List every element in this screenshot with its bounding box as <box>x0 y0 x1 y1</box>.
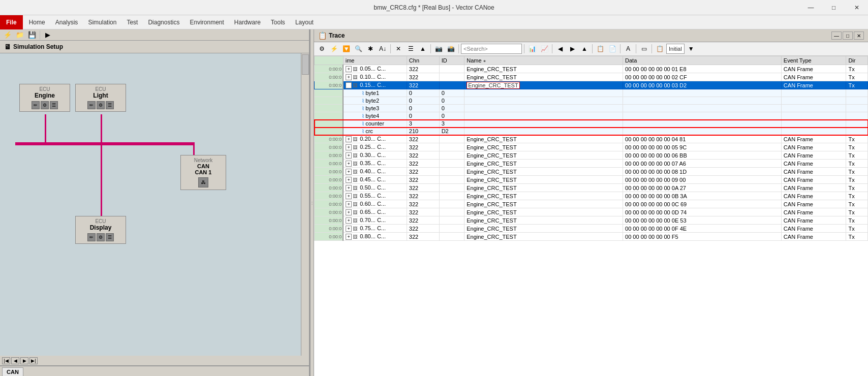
trace-table-container[interactable]: ime Chn ID Name ● Data Event Type Dir 0:… <box>314 56 868 376</box>
nav-prev-btn[interactable]: ◀ <box>11 357 19 364</box>
menu-simulation[interactable]: Simulation <box>83 15 121 29</box>
th-chn[interactable]: Chn <box>407 56 439 65</box>
tr-btn-font[interactable]: A <box>623 43 634 54</box>
expand-icon[interactable]: + <box>346 217 352 224</box>
menu-diagnostics[interactable]: Diagnostics <box>143 15 184 29</box>
expand-icon[interactable]: + <box>346 209 352 215</box>
table-row[interactable]: 0:00:0+🖼 0.50... C...322Engine_CRC_TEST0… <box>315 184 868 192</box>
tr-btn-fwd[interactable]: ▶ <box>567 43 578 54</box>
close-button[interactable]: ✕ <box>845 0 868 15</box>
tr-btn-up[interactable]: ▲ <box>579 43 590 54</box>
expand-icon[interactable]: + <box>346 74 352 80</box>
tr-btn-a[interactable]: A↓ <box>377 43 388 54</box>
tr-btn-x[interactable]: ✕ <box>393 43 404 54</box>
sim-scrollbar[interactable] <box>301 53 309 356</box>
menu-hardware[interactable]: Hardware <box>229 15 266 29</box>
expand-icon[interactable]: + <box>346 169 352 175</box>
tb-open-btn[interactable]: 📁 <box>14 29 25 41</box>
minimize-button[interactable]: — <box>799 0 822 15</box>
tr-btn-rect[interactable]: ▭ <box>638 43 649 54</box>
trace-close-btn[interactable]: ✕ <box>854 32 864 40</box>
tr-btn-copy[interactable]: 📋 <box>595 43 606 54</box>
trace-dropdown-label[interactable]: Initial <box>666 44 685 54</box>
tr-btn-back[interactable]: ◀ <box>554 43 566 54</box>
nav-next-btn[interactable]: ▶ <box>20 357 28 364</box>
table-row[interactable]: 0:00:0+🖼 0.60... C...322Engine_CRC_TEST0… <box>315 200 868 208</box>
th-id[interactable]: ID <box>439 56 464 65</box>
ecu-engine-edit-icon[interactable]: ✏ <box>32 101 40 109</box>
menu-environment[interactable]: Environment <box>184 15 229 29</box>
table-row[interactable]: 0:00:0+🖼 0.65... C...322Engine_CRC_TEST0… <box>315 208 868 216</box>
tb-run-btn[interactable]: ▶ <box>42 29 53 41</box>
menu-tools[interactable]: Tools <box>266 15 290 29</box>
ecu-light-gear-icon[interactable]: ⚙ <box>97 101 105 109</box>
tr-btn-search[interactable]: 🔍 <box>353 43 364 54</box>
table-row[interactable]: 0:00:0+🖼 0.20... C...322Engine_CRC_TEST0… <box>315 135 868 143</box>
tr-btn-mark[interactable]: ✱ <box>365 43 376 54</box>
ecu-light-edit-icon[interactable]: ✏ <box>87 101 96 109</box>
nav-last-btn[interactable]: ▶| <box>29 357 38 364</box>
table-row[interactable]: 0:00:0+🖼 0.55... C...322Engine_CRC_TEST0… <box>315 192 868 200</box>
tr-btn-1[interactable]: ⚙ <box>316 43 327 54</box>
expand-icon[interactable]: + <box>346 193 352 199</box>
menu-analysis[interactable]: Analysis <box>50 15 83 29</box>
expand-icon[interactable]: + <box>346 185 352 191</box>
table-row[interactable]: 0:00:0+🖼 0.75... C...322Engine_CRC_TEST0… <box>315 225 868 233</box>
expand-icon[interactable]: + <box>346 136 352 142</box>
table-row[interactable]: 0:00:0+🖼 0.40... C...322Engine_CRC_TEST0… <box>315 168 868 176</box>
tab-can[interactable]: CAN <box>2 367 23 376</box>
menu-layout[interactable]: Layout <box>290 15 319 29</box>
expand-icon[interactable]: + <box>346 226 352 232</box>
table-row[interactable]: 0:00:0+🖼 0.35... C...322Engine_CRC_TEST0… <box>315 160 868 168</box>
expand-icon[interactable]: + <box>346 66 352 72</box>
network-icon[interactable]: 🖧 <box>198 177 208 187</box>
expand-icon[interactable]: + <box>346 144 352 150</box>
table-row[interactable]: 0:00:0+🖼 0.25... C...322Engine_CRC_TEST0… <box>315 143 868 151</box>
trace-maximize-btn[interactable]: □ <box>843 32 853 40</box>
table-row[interactable]: 0:00:0+🖼 0.70... C...322Engine_CRC_TEST0… <box>315 216 868 225</box>
tr-btn-camera1[interactable]: 📷 <box>433 43 444 54</box>
th-data[interactable]: Data <box>623 56 782 65</box>
menu-file[interactable]: File <box>0 15 23 29</box>
tr-btn-2[interactable]: ⚡ <box>328 43 339 54</box>
tr-btn-filter[interactable]: 🔽 <box>340 43 352 54</box>
expand-icon[interactable]: + <box>346 161 352 167</box>
table-row[interactable]: 0:00:0+🖼 0.45... C...322Engine_CRC_TEST0… <box>315 176 868 184</box>
th-dir[interactable]: Dir <box>846 56 868 65</box>
scroll-thumb[interactable] <box>302 54 309 75</box>
tb-new-btn[interactable]: ⚡ <box>2 29 13 41</box>
vertical-splitter[interactable]: ⋮ <box>310 29 314 376</box>
ecu-engine-list-icon[interactable]: ☰ <box>50 101 58 109</box>
table-row[interactable]: 0:00:0+🖼 0.05... C...322Engine_CRC_TEST0… <box>315 65 868 73</box>
table-row[interactable]: 0:00:0+🖼 0.10... C...322Engine_CRC_TEST0… <box>315 73 868 81</box>
tr-btn-initial[interactable]: 📋 <box>654 43 665 54</box>
expand-icon[interactable]: + <box>346 234 352 240</box>
expand-icon[interactable]: + <box>346 201 352 207</box>
tr-btn-lines[interactable]: ☰ <box>405 43 416 54</box>
ecu-light-list-icon[interactable]: ☰ <box>106 101 114 109</box>
tr-btn-triangle[interactable]: ▲ <box>417 43 428 54</box>
tr-btn-db2[interactable]: 📈 <box>539 43 550 54</box>
tr-btn-paste[interactable]: 📄 <box>607 43 618 54</box>
table-row[interactable]: 0:00:0+🖼 0.80... C...322Engine_CRC_TEST0… <box>315 233 868 241</box>
expand-icon[interactable]: + <box>346 177 352 183</box>
trace-search-input[interactable] <box>461 44 522 54</box>
collapse-icon[interactable]: − <box>346 82 352 88</box>
menu-home[interactable]: Home <box>24 15 50 29</box>
menu-test[interactable]: Test <box>121 15 143 29</box>
table-row[interactable]: 0:00:0−🖼 0.15... C...322Engine_CRC_TEST0… <box>315 81 868 89</box>
trace-minimize-btn[interactable]: — <box>831 32 842 40</box>
nav-first-btn[interactable]: |◀ <box>2 357 10 364</box>
tr-btn-camera2[interactable]: 📸 <box>445 43 456 54</box>
expand-icon[interactable]: + <box>346 152 352 159</box>
table-row[interactable]: 0:00:0+🖼 0.30... C...322Engine_CRC_TEST0… <box>315 151 868 160</box>
tr-btn-dd-arrow[interactable]: ▼ <box>686 43 697 54</box>
th-event[interactable]: Event Type <box>781 56 846 65</box>
ecu-engine-gear-icon[interactable]: ⚙ <box>41 101 49 109</box>
ecu-display-list-icon[interactable]: ☰ <box>106 233 114 241</box>
ecu-display-edit-icon[interactable]: ✏ <box>87 233 96 241</box>
tb-save-btn[interactable]: 💾 <box>26 29 38 41</box>
maximize-button[interactable]: □ <box>822 0 845 15</box>
th-name[interactable]: Name ● <box>464 56 623 65</box>
tr-btn-db[interactable]: 📊 <box>526 43 538 54</box>
